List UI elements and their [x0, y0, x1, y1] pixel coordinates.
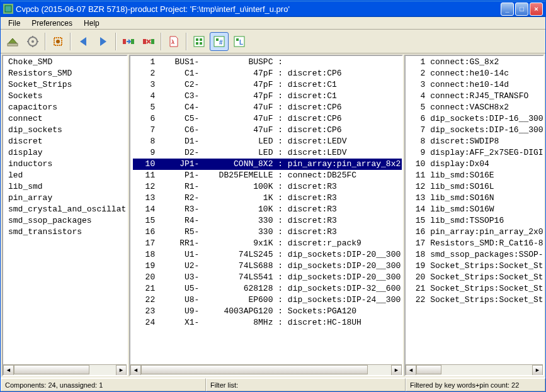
library-item[interactable]: Choke_SMD [6, 57, 127, 68]
component-row[interactable]: 6 C5- 47uF : discret:CP6 [133, 113, 402, 125]
library-item[interactable]: Resistors_SMD [6, 68, 127, 79]
footprint-row[interactable]: 13 lib_smd:SO16N [408, 193, 543, 204]
scroll-left-icon[interactable]: ◄ [3, 365, 14, 376]
component-row[interactable]: 15 R4- 330 : discret:R3 [133, 215, 402, 227]
library-item[interactable]: pin_array [6, 193, 127, 204]
library-item[interactable]: lib_smd [6, 181, 127, 193]
component-row[interactable]: 4 C3- 47pF : discret:C1 [133, 91, 402, 102]
library-item[interactable]: inductors [6, 159, 127, 170]
footprint-row[interactable]: 12 lib_smd:SO16L [408, 181, 543, 193]
menu-preferences[interactable]: Preferences [26, 18, 77, 29]
auto-associate-button[interactable] [119, 32, 138, 51]
footprint-row[interactable]: 19 Socket_Strips:Socket_Strip_ [408, 260, 543, 272]
library-item[interactable]: connect [6, 113, 127, 125]
settings-button[interactable] [23, 32, 42, 51]
footprint-row[interactable]: 1 connect:GS_8x2 [408, 57, 543, 68]
library-item[interactable]: smd_ssop_packages [6, 215, 127, 227]
component-row[interactable]: 19 U2- 74LS688 : dip_sockets:DIP-20__300 [133, 260, 402, 272]
library-item[interactable]: discret [6, 136, 127, 147]
library-item[interactable]: led [6, 170, 127, 181]
library-item[interactable]: Socket_Strips [6, 79, 127, 91]
footprint-row[interactable]: 9 display:AFF_2x7SEG-DIGIT_10 [408, 147, 543, 159]
scroll-left-icon[interactable]: ◄ [130, 365, 141, 376]
scroll-thumb[interactable] [14, 365, 89, 374]
component-row[interactable]: 2 C1- 47pF : discret:CP6 [133, 68, 402, 79]
component-row[interactable]: 24 X1- 8MHz : discret:HC-18UH [133, 317, 402, 328]
next-button[interactable] [94, 32, 113, 51]
footprint-row[interactable]: 3 connect:he10-14d [408, 79, 543, 91]
footprint-row[interactable]: 21 Socket_Strips:Socket_Strip_ [408, 283, 543, 294]
menu-help[interactable]: Help [79, 18, 105, 29]
library-item[interactable]: smd_crystal_and_oscillators [6, 204, 127, 215]
footprint-row[interactable]: 5 connect:VASCH8x2 [408, 102, 543, 113]
filter-library-button[interactable]: L [230, 32, 249, 51]
footprint-row[interactable]: 8 discret:SWDIP8 [408, 136, 543, 147]
footprint-row[interactable]: 4 connect:RJ45_TRANSFO [408, 91, 543, 102]
footprint-row[interactable]: 22 Socket_Strips:Socket_Strip_ [408, 294, 543, 306]
component-row[interactable]: 14 R3- 10K : discret:R3 [133, 204, 402, 215]
maximize-button[interactable]: □ [515, 3, 528, 16]
footprint-row[interactable]: 20 Socket_Strips:Socket_Strip_ [408, 272, 543, 283]
component-row[interactable]: 12 R1- 100K : discret:R3 [133, 181, 402, 193]
library-item[interactable]: Sockets [6, 91, 127, 102]
menu-file[interactable]: File [3, 18, 25, 29]
prev-button[interactable] [74, 32, 93, 51]
minimize-button[interactable]: _ [501, 3, 514, 16]
component-row[interactable]: 22 U8- EP600 : dip_sockets:DIP-24__300 [133, 294, 402, 306]
footprint-row[interactable]: 6 dip_sockets:DIP-16__300 [408, 113, 543, 125]
component-row[interactable]: 1 BUS1- BUSPC : [133, 57, 402, 68]
footprint-row[interactable]: 15 lib_smd:TSSOP16 [408, 215, 543, 227]
footprint-row[interactable]: 7 dip_sockets:DIP-16__300_ELL [408, 125, 543, 136]
scroll-right-icon[interactable]: ► [116, 365, 127, 376]
component-row[interactable]: 13 R2- 1K : discret:R3 [133, 193, 402, 204]
scroll-right-icon[interactable]: ► [532, 365, 543, 376]
library-item[interactable]: display [6, 147, 127, 159]
scroll-track[interactable] [416, 365, 532, 376]
component-row[interactable]: 16 R5- 330 : discret:R3 [133, 227, 402, 238]
scroll-right-icon[interactable]: ► [391, 365, 402, 376]
component-list-pane: 1 BUS1- BUSPC : 2 C1- 47pF : discret:CP6… [129, 55, 403, 376]
scroll-track[interactable] [14, 365, 116, 376]
documentation-button[interactable]: λ [164, 32, 183, 51]
library-item[interactable]: dip_sockets [6, 125, 127, 136]
separator-icon [161, 33, 162, 50]
footprint-row[interactable]: 11 lib_smd:SO16E [408, 170, 543, 181]
footprint-row[interactable]: 2 connect:he10-14c [408, 68, 543, 79]
delete-associations-button[interactable] [139, 32, 158, 51]
footprint-row[interactable]: 10 display:Dx04 [408, 159, 543, 170]
filter-pincount-button[interactable]: # [210, 32, 229, 51]
component-row[interactable]: 21 U5- 628128 : dip_sockets:DIP-32__600 [133, 283, 402, 294]
view-footprint-button[interactable] [48, 32, 67, 51]
hscrollbar[interactable]: ◄ ► [3, 364, 127, 375]
component-row[interactable]: 20 U3- 74LS541 : dip_sockets:DIP-20__300 [133, 272, 402, 283]
component-row[interactable]: 10 JP1- CONN_8X2 : pin_array:pin_array_8… [133, 159, 402, 170]
filter-keywords-button[interactable] [190, 32, 208, 51]
titlebar[interactable]: Cvpcb (2015-06-07 BZR 5718)-product Proj… [1, 1, 545, 17]
scroll-thumb[interactable] [141, 365, 368, 374]
component-row[interactable]: 17 RR1- 9x1K : discret:r_pack9 [133, 238, 402, 249]
footprint-row[interactable]: 16 pin_array:pin_array_2x08 [408, 227, 543, 238]
footprint-list[interactable]: 1 connect:GS_8x2 2 connect:he10-14c 3 co… [406, 56, 543, 364]
hscrollbar[interactable]: ◄ ► [130, 364, 402, 375]
footprint-row[interactable]: 14 lib_smd:SO16W [408, 204, 543, 215]
scroll-left-icon[interactable]: ◄ [406, 365, 416, 376]
component-row[interactable]: 8 D1- LED : discret:LEDV [133, 136, 402, 147]
library-item[interactable]: capacitors [6, 102, 127, 113]
component-row[interactable]: 9 D2- LED : discret:LEDV [133, 147, 402, 159]
component-row[interactable]: 7 C6- 47uF : discret:CP6 [133, 125, 402, 136]
hscrollbar[interactable]: ◄ ► [406, 364, 543, 375]
component-row[interactable]: 23 U9- 4003APG120 : Sockets:PGA120 [133, 306, 402, 317]
component-row[interactable]: 18 U1- 74LS245 : dip_sockets:DIP-20__300 [133, 249, 402, 260]
scroll-track[interactable] [141, 365, 391, 376]
library-item[interactable]: smd_transistors [6, 227, 127, 238]
library-list[interactable]: Choke_SMDResistors_SMDSocket_StripsSocke… [3, 56, 127, 364]
footprint-row[interactable]: 18 smd_ssop_packages:SSOP-16 [408, 249, 543, 260]
close-button[interactable]: × [530, 3, 543, 16]
component-row[interactable]: 3 C2- 47pF : discret:C1 [133, 79, 402, 91]
component-row[interactable]: 5 C4- 47uF : discret:CP6 [133, 102, 402, 113]
component-list[interactable]: 1 BUS1- BUSPC : 2 C1- 47pF : discret:CP6… [130, 56, 402, 364]
component-row[interactable]: 11 P1- DB25FEMELLE : connect:DB25FC [133, 170, 402, 181]
save-button[interactable] [3, 32, 22, 51]
footprint-row[interactable]: 17 Resistors_SMD:R_Cat16-8 [408, 238, 543, 249]
scroll-thumb[interactable] [416, 365, 441, 374]
